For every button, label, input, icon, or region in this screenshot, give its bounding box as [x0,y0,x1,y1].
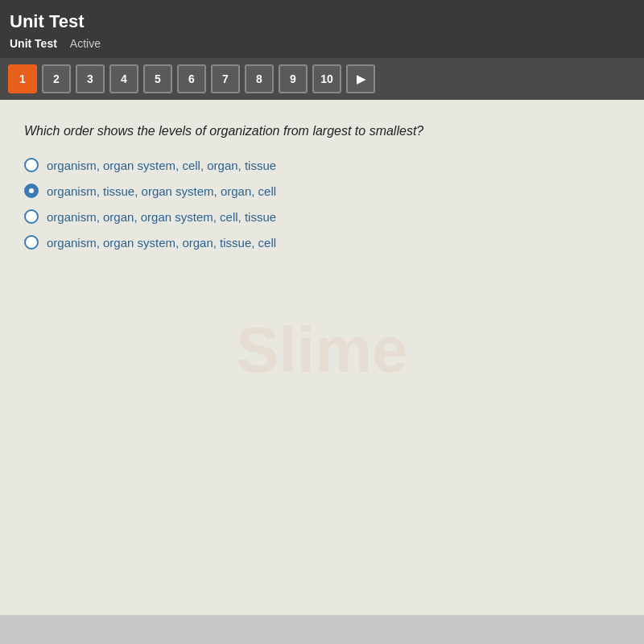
radio-btn-1[interactable] [24,158,39,172]
nav-btn-1[interactable]: 1 [8,64,37,93]
nav-btn-10[interactable]: 10 [312,64,341,93]
breadcrumb-status: Active [70,37,101,50]
breadcrumb-link[interactable]: Unit Test [10,37,57,50]
page-title: Unit Test [10,6,634,35]
nav-btn-4[interactable]: 4 [109,64,138,93]
header-bar: Unit Test Unit Test Active [0,0,644,58]
next-arrow-button[interactable]: ▶ [346,64,375,93]
breadcrumb: Unit Test Active [10,35,634,55]
option-item-4[interactable]: organism, organ system, organ, tissue, c… [24,235,620,250]
nav-btn-2[interactable]: 2 [42,64,71,93]
nav-btn-6[interactable]: 6 [177,64,206,93]
radio-btn-4[interactable] [24,235,39,250]
nav-btn-3[interactable]: 3 [76,64,105,93]
question-text: Which order shows the levels of organiza… [24,124,620,138]
question-content-area: Slime Which order shows the levels of or… [0,100,644,615]
watermark: Slime [236,313,407,387]
nav-btn-9[interactable]: 9 [279,64,308,93]
option-label-3: organism, organ, organ system, cell, tis… [47,210,276,224]
option-label-4: organism, organ system, organ, tissue, c… [47,236,276,250]
question-nav-bar: 1 2 3 4 5 6 7 8 9 10 ▶ [0,58,644,100]
nav-btn-5[interactable]: 5 [143,64,172,93]
radio-btn-3[interactable] [24,209,39,224]
option-item-3[interactable]: organism, organ, organ system, cell, tis… [24,209,620,224]
option-label-2: organism, tissue, organ system, organ, c… [47,184,276,198]
option-label-1: organism, organ system, cell, organ, tis… [47,159,276,172]
nav-btn-7[interactable]: 7 [211,64,240,93]
option-item-2[interactable]: organism, tissue, organ system, organ, c… [24,184,620,198]
answer-options-list: organism, organ system, cell, organ, tis… [24,158,620,250]
option-item-1[interactable]: organism, organ system, cell, organ, tis… [24,158,620,172]
radio-btn-2[interactable] [24,184,39,198]
nav-btn-8[interactable]: 8 [245,64,274,93]
next-icon: ▶ [357,72,365,85]
